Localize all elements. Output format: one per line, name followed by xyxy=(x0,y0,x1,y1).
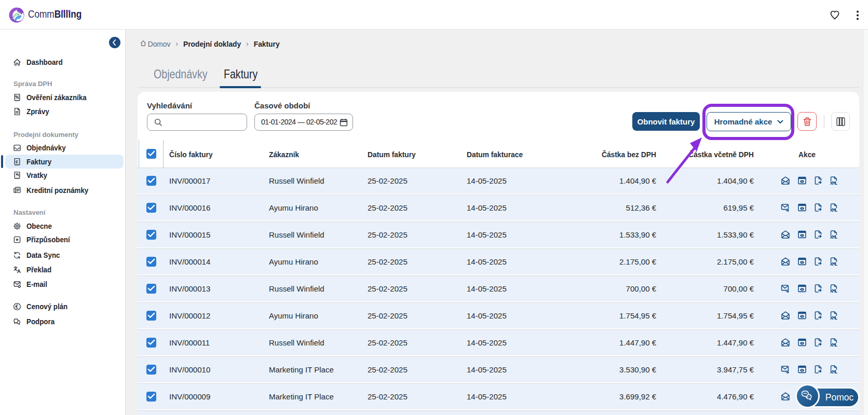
svg-text:€: € xyxy=(16,158,19,164)
svg-text:€: € xyxy=(16,304,19,310)
